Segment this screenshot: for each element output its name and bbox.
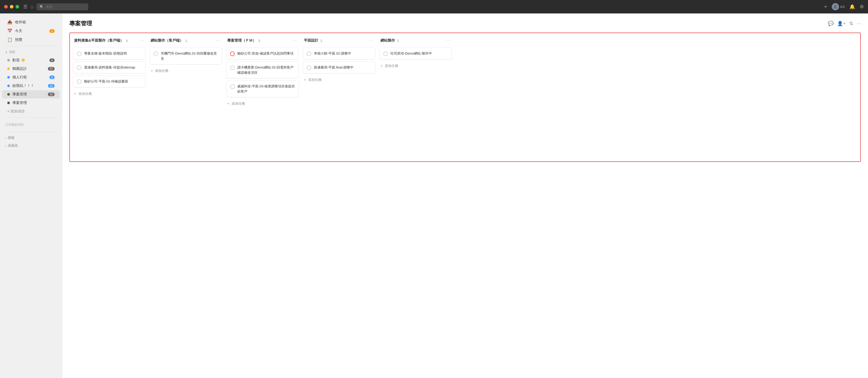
avatar[interactable]: 👤 bbox=[832, 3, 839, 10]
search-input[interactable] bbox=[46, 5, 82, 9]
task-card-t4[interactable]: 耳機門市-Demo網站.01-待回覆修改意見 bbox=[150, 47, 222, 64]
play-badge: 16 bbox=[48, 84, 55, 88]
task-card-t5[interactable]: 貓砂公司-其他-確認客戶訊息詢問事項 bbox=[226, 47, 299, 60]
task-text-t2: 鹿邊書局-資料搜集-待提供sitemap bbox=[84, 65, 135, 70]
sidebar-item-preview[interactable]: 📋 預覽 bbox=[2, 35, 60, 44]
labels-section[interactable]: › 標籤 bbox=[0, 134, 62, 142]
plus-icon[interactable]: + bbox=[824, 4, 827, 10]
task-card-t6[interactable]: 讀卡機實業-Demo網站.02-回電與客戶確認修改項目 bbox=[226, 62, 299, 78]
task-text-t9: 路邊藥局-平面.final-調整中 bbox=[314, 65, 353, 70]
play-label: 給我玩！！！ bbox=[12, 83, 34, 88]
add-task-label-2: 添加任務 bbox=[155, 69, 168, 73]
add-task-col4[interactable]: + 添加任務 bbox=[303, 75, 375, 84]
sort-icon[interactable]: ⇅ bbox=[849, 21, 853, 26]
kanban-column-2: 網站製作（客戶端） 1 ··· 耳機門市-Demo網站.01-待回覆修改意見 +… bbox=[150, 36, 222, 158]
chevron-filters-icon: › bbox=[5, 144, 6, 148]
welcome-badge: 9 bbox=[50, 59, 55, 62]
task-checkbox-t1[interactable] bbox=[77, 51, 82, 56]
column-more-4[interactable]: ··· bbox=[369, 38, 374, 43]
task-checkbox-t2[interactable] bbox=[77, 65, 82, 70]
sidebar-item-inbox[interactable]: 📥 收件箱 bbox=[2, 18, 60, 26]
today-icon: 📅 bbox=[7, 28, 12, 33]
add-project-label: + 添加項目 bbox=[7, 109, 25, 114]
divider-2 bbox=[4, 117, 58, 118]
add-task-label-3: 添加任務 bbox=[231, 101, 245, 106]
inbox-icon: 📥 bbox=[7, 20, 12, 25]
settings-icon[interactable]: ⚙ bbox=[860, 4, 864, 9]
search-bar[interactable]: 🔍 bbox=[36, 3, 88, 10]
task-text-t3: 貓砂公司-平面.01-待確認畫面 bbox=[84, 79, 128, 84]
home-icon[interactable]: ⌂ bbox=[31, 4, 33, 9]
hejian-label: 鶴薦設計 bbox=[12, 66, 27, 71]
chevron-labels-icon: › bbox=[5, 136, 6, 140]
column-more-5[interactable]: ··· bbox=[446, 38, 451, 43]
chevron-icon: ∨ bbox=[5, 50, 7, 54]
dot-play bbox=[7, 84, 10, 87]
page-header: 專案管理 💬 👤+ ⇅ ··· bbox=[69, 20, 861, 27]
task-text-t5: 貓砂公司-其他-確認客戶訊息詢問事項 bbox=[237, 51, 293, 56]
add-task-label-4: 添加任務 bbox=[308, 77, 322, 82]
add-task-col2[interactable]: + 添加任務 bbox=[150, 66, 222, 75]
bell-icon[interactable]: 🔔 bbox=[849, 4, 855, 9]
task-checkbox-t10[interactable] bbox=[383, 51, 388, 56]
kanban-column-1: 資料搜集&平面製作（客戶端） 3 ··· 專案名稱-版本階段-狀態說明 鹿邊書局… bbox=[73, 36, 146, 158]
projects-section[interactable]: ∨ 項目 bbox=[0, 48, 62, 56]
column-more-3[interactable]: ··· bbox=[293, 38, 298, 43]
titlebar-right: + 👤 4/5 🔔 ⚙ bbox=[824, 3, 864, 10]
column-title-2: 網站製作（客戶端） bbox=[151, 38, 183, 43]
kanban-column-3: 專案管理（ＰＭ） 3 ··· 貓砂公司-其他-確認客戶訊息詢問事項 讀卡機實業-… bbox=[226, 36, 299, 158]
sidebar-item-project-mgmt[interactable]: 專案管理 10 bbox=[2, 90, 60, 99]
task-card-t10[interactable]: 吐司烘培-Demo網站-製作中 bbox=[379, 47, 452, 60]
sidebar-item-play[interactable]: 給我玩！！！ 16 bbox=[2, 82, 60, 90]
task-card-t9[interactable]: 路邊藥局-平面.final-調整中 bbox=[303, 62, 375, 73]
search-icon: 🔍 bbox=[40, 5, 44, 9]
app-layout: 📥 收件箱 📅 今天 4 📋 預覽 ∨ 項目 歡迎 👋 9 鶴薦設計 47 bbox=[0, 0, 868, 378]
sidebar-item-hejian[interactable]: 鶴薦設計 47 bbox=[2, 65, 60, 73]
column-count-1: 3 bbox=[126, 39, 128, 43]
project-label2: 專案管理 bbox=[12, 101, 27, 105]
dot-project bbox=[7, 93, 10, 96]
menu-icon[interactable]: ☰ bbox=[23, 4, 27, 9]
add-task-plus-icon-1: + bbox=[74, 92, 76, 96]
task-card-t8[interactable]: 串燒小館-平面.02-調整中 bbox=[303, 47, 375, 60]
add-task-label-1: 添加任務 bbox=[79, 92, 92, 96]
add-member-icon[interactable]: 👤+ bbox=[837, 21, 846, 26]
task-checkbox-t6[interactable] bbox=[230, 65, 235, 70]
add-task-col1[interactable]: + 添加任務 bbox=[73, 90, 146, 98]
add-project-button[interactable]: + 添加項目 bbox=[2, 107, 60, 115]
maximize-button[interactable] bbox=[16, 5, 19, 8]
task-card-t2[interactable]: 鹿邊書局-資料搜集-待提供sitemap bbox=[73, 62, 146, 73]
column-title-5: 網站製作 bbox=[380, 38, 395, 43]
column-more-1[interactable]: ··· bbox=[140, 38, 145, 43]
sidebar-item-today[interactable]: 📅 今天 4 bbox=[2, 27, 60, 35]
sidebar-item-project-mgmt2[interactable]: 專案管理 bbox=[2, 99, 60, 107]
welcome-label: 歡迎 👋 bbox=[12, 58, 25, 63]
add-task-plus-icon-4: + bbox=[304, 77, 306, 82]
sidebar-item-welcome[interactable]: 歡迎 👋 9 bbox=[2, 56, 60, 64]
hejian-badge: 47 bbox=[48, 67, 55, 71]
task-checkbox-t4[interactable] bbox=[153, 51, 158, 56]
add-task-col5[interactable]: + 添加任務 bbox=[379, 62, 452, 70]
add-task-col3[interactable]: + 添加任務 bbox=[226, 99, 299, 108]
close-button[interactable] bbox=[4, 5, 8, 8]
task-checkbox-t5[interactable] bbox=[230, 51, 235, 56]
task-card-t7[interactable]: 威威科技-平面.03-檢查調整項目後提供給客戶 bbox=[226, 80, 299, 97]
column-header-3: 專案管理（ＰＭ） 3 ··· bbox=[226, 36, 299, 45]
sidebar-item-personal[interactable]: 個人行程 6 bbox=[2, 73, 60, 81]
task-card-t1[interactable]: 專案名稱-版本階段-狀態說明 bbox=[73, 47, 146, 60]
task-checkbox-t7[interactable] bbox=[230, 84, 235, 89]
task-checkbox-t3[interactable] bbox=[77, 79, 82, 84]
column-more-2[interactable]: ··· bbox=[216, 38, 221, 43]
task-checkbox-t9[interactable] bbox=[307, 65, 311, 70]
task-card-t3[interactable]: 貓砂公司-平面.01-待確認畫面 bbox=[73, 75, 146, 88]
main-content: 專案管理 💬 👤+ ⇅ ··· 資料搜集&平面製作（客戶端） 3 ··· 專案名… bbox=[62, 13, 868, 378]
filters-section[interactable]: › 過濾器 bbox=[0, 142, 62, 149]
minimize-button[interactable] bbox=[10, 5, 13, 8]
more-icon[interactable]: ··· bbox=[857, 21, 861, 26]
column-header-1: 資料搜集&平面製作（客戶端） 3 ··· bbox=[73, 36, 146, 45]
kanban-column-4: 平面設計 2 ··· 串燒小館-平面.02-調整中 路邊藥局-平面.final-… bbox=[303, 36, 375, 158]
add-task-label-5: 添加任務 bbox=[385, 64, 398, 68]
comment-icon[interactable]: 💬 bbox=[828, 21, 834, 26]
task-checkbox-t8[interactable] bbox=[307, 51, 311, 56]
sidebar: 📥 收件箱 📅 今天 4 📋 預覽 ∨ 項目 歡迎 👋 9 鶴薦設計 47 bbox=[0, 13, 62, 378]
